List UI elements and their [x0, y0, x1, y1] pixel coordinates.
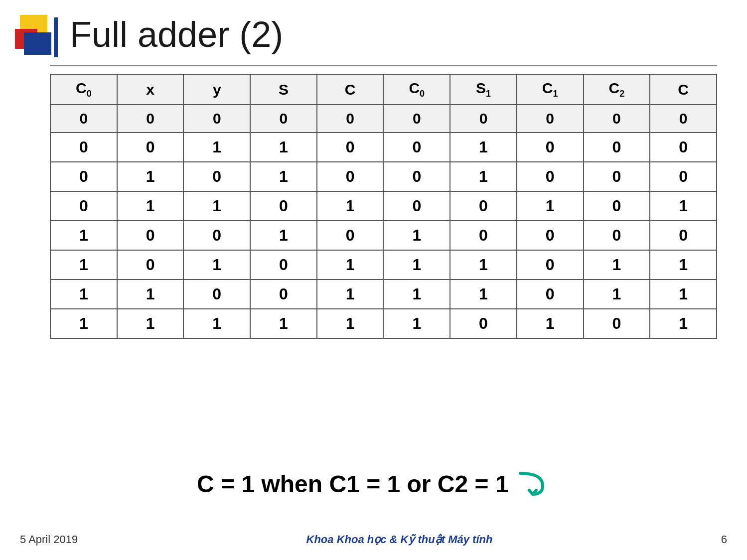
table-cell: 0	[450, 309, 517, 338]
table-cell: 0	[584, 221, 650, 250]
header-x: x	[117, 74, 184, 105]
table-cell: 0	[117, 105, 184, 133]
table-cell: 0	[383, 105, 450, 133]
truth-table-container: C0 x y S C C0 S1 C1 C2 C 000000000000110…	[50, 74, 717, 339]
table-cell: 0	[50, 191, 117, 221]
table-cell: 1	[50, 250, 117, 280]
table-row: 0000000000	[50, 105, 717, 133]
table-cell: 1	[650, 309, 717, 338]
table-row: 0110100101	[50, 191, 717, 221]
table-cell: 0	[584, 105, 650, 133]
table-cell: 0	[250, 191, 317, 221]
table-cell: 0	[517, 162, 584, 191]
table-cell: 1	[117, 280, 184, 309]
table-cell: 1	[450, 280, 517, 309]
table-cell: 1	[50, 280, 117, 309]
table-cell: 1	[383, 250, 450, 280]
table-cell: 0	[450, 191, 517, 221]
table-cell: 0	[650, 105, 717, 133]
table-cell: 1	[383, 309, 450, 338]
table-cell: 1	[584, 280, 650, 309]
table-cell: 0	[584, 162, 650, 191]
table-cell: 0	[650, 162, 717, 191]
table-cell: 0	[650, 133, 717, 162]
table-row: 0101001000	[50, 162, 717, 191]
table-cell: 1	[450, 250, 517, 280]
divider	[50, 65, 717, 66]
table-cell: 1	[250, 133, 317, 162]
header-c1: C1	[517, 74, 584, 105]
formula-section: C = 1 when C1 = 1 or C2 = 1	[0, 468, 747, 504]
table-cell: 1	[450, 162, 517, 191]
table-cell: 0	[317, 162, 384, 191]
table-cell: 1	[183, 250, 250, 280]
table-row: 1001010000	[50, 221, 717, 250]
table-cell: 1	[650, 250, 717, 280]
table-cell: 1	[117, 309, 184, 338]
table-cell: 0	[584, 191, 650, 221]
table-row: 1010111011	[50, 250, 717, 280]
table-cell: 1	[250, 221, 317, 250]
table-cell: 0	[50, 133, 117, 162]
table-cell: 0	[383, 191, 450, 221]
table-cell: 0	[183, 162, 250, 191]
table-cell: 0	[517, 105, 584, 133]
header-c0-2: C0	[383, 74, 450, 105]
table-cell: 1	[317, 280, 384, 309]
table-cell: 1	[183, 133, 250, 162]
table-cell: 1	[183, 191, 250, 221]
footer-institution: Khoa Khoa học & Kỹ thuật Máy tính	[306, 533, 493, 546]
table-cell: 1	[117, 162, 184, 191]
footer-page: 6	[721, 533, 727, 546]
table-cell: 0	[117, 221, 184, 250]
table-cell: 0	[50, 105, 117, 133]
table-cell: 1	[183, 309, 250, 338]
table-cell: 0	[250, 280, 317, 309]
logo-decoration	[15, 15, 60, 60]
table-cell: 1	[317, 191, 384, 221]
table-cell: 0	[584, 133, 650, 162]
table-row: 0011001000	[50, 133, 717, 162]
table-cell: 1	[650, 191, 717, 221]
table-cell: 1	[517, 309, 584, 338]
table-header-row: C0 x y S C C0 S1 C1 C2 C	[50, 74, 717, 105]
table-cell: 0	[517, 133, 584, 162]
header-s: S	[250, 74, 317, 105]
table-row: 1100111011	[50, 280, 717, 309]
truth-table: C0 x y S C C0 S1 C1 C2 C 000000000000110…	[50, 74, 717, 339]
table-cell: 0	[383, 133, 450, 162]
table-cell: 0	[383, 162, 450, 191]
table-cell: 1	[317, 309, 384, 338]
table-cell: 1	[50, 309, 117, 338]
header-c0: C0	[50, 74, 117, 105]
table-cell: 0	[250, 250, 317, 280]
header-y: y	[183, 74, 250, 105]
table-cell: 0	[50, 162, 117, 191]
table-cell: 1	[584, 250, 650, 280]
table-cell: 1	[317, 250, 384, 280]
table-cell: 0	[517, 250, 584, 280]
table-cell: 1	[250, 162, 317, 191]
table-cell: 0	[117, 250, 184, 280]
table-cell: 0	[317, 133, 384, 162]
table-cell: 1	[650, 280, 717, 309]
table-cell: 0	[183, 280, 250, 309]
table-cell: 0	[117, 133, 184, 162]
footer-date: 5 April 2019	[20, 533, 78, 546]
table-cell: 0	[317, 221, 384, 250]
table-cell: 1	[383, 221, 450, 250]
table-cell: 0	[517, 221, 584, 250]
header-c2: C2	[584, 74, 650, 105]
table-cell: 0	[650, 221, 717, 250]
table-cell: 1	[117, 191, 184, 221]
table-cell: 1	[517, 191, 584, 221]
table-cell: 1	[450, 133, 517, 162]
table-cell: 0	[450, 221, 517, 250]
table-cell: 0	[250, 105, 317, 133]
page-title: Full adder (2)	[70, 14, 283, 55]
header-c: C	[317, 74, 384, 105]
curved-arrow-icon	[515, 468, 550, 504]
table-cell: 0	[517, 280, 584, 309]
footer: 5 April 2019 Khoa Khoa học & Kỹ thuật Má…	[0, 533, 747, 546]
table-row: 1111110101	[50, 309, 717, 338]
